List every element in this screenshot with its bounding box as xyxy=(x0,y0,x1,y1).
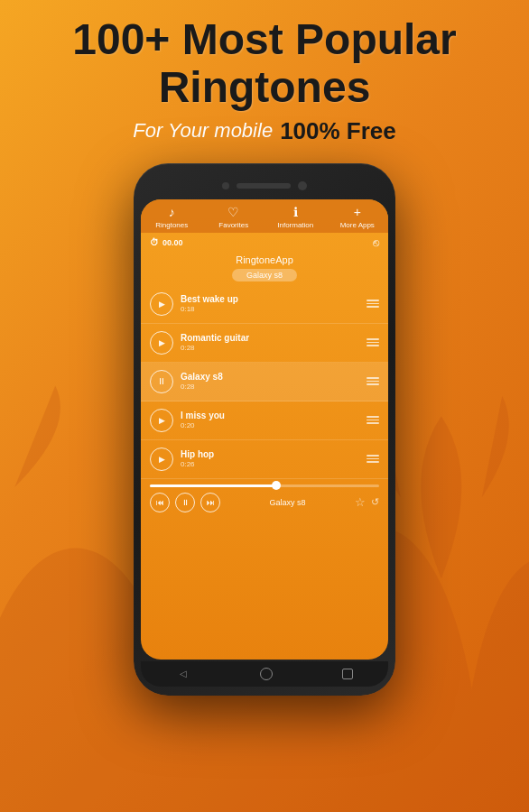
song-title-4: Hip hop xyxy=(181,449,359,459)
menu-lines-2[interactable] xyxy=(367,377,379,385)
status-row: ⏱ 00.00 ⎋ xyxy=(141,233,388,253)
speaker-bar xyxy=(237,183,291,189)
app-name: RingtoneApp xyxy=(150,254,379,265)
header-section: 100+ Most Popular Ringtones For Your mob… xyxy=(0,0,529,154)
app-title-area: RingtoneApp Galaxy s8 xyxy=(141,253,388,285)
list-item: ▶ Best wake up 0:18 xyxy=(141,285,388,324)
player-controls: ⏮ ⏸ ⏭ Galaxy s8 ☆ ↺ xyxy=(141,489,388,516)
current-song-label: Galaxy s8 xyxy=(226,498,349,507)
list-item: ⏸ Galaxy s8 0:28 xyxy=(141,363,388,401)
song-duration-3: 0:20 xyxy=(181,421,359,429)
song-info-3: I miss you 0:20 xyxy=(181,411,359,429)
favorite-star-icon[interactable]: ☆ xyxy=(355,495,366,509)
heart-icon: ♡ xyxy=(227,205,239,219)
menu-lines-4[interactable] xyxy=(367,455,379,463)
subtitle-line: For Your mobile 100% Free xyxy=(18,117,511,145)
song-list: ▶ Best wake up 0:18 ▶ Romantic g xyxy=(141,285,388,479)
pause-button-2[interactable]: ⏸ xyxy=(150,370,173,393)
phone-bottom-bar: ◁ xyxy=(141,661,388,687)
home-button[interactable] xyxy=(260,668,273,680)
phone-top-bar xyxy=(141,176,388,196)
list-item: ▶ Romantic guitar 0:28 xyxy=(141,324,388,363)
tab-ringtones-label: Ringtones xyxy=(155,221,188,229)
tab-more-apps-label: More Apps xyxy=(340,221,375,229)
repeat-icon[interactable]: ↺ xyxy=(371,496,379,508)
play-button-3[interactable]: ▶ xyxy=(150,409,173,432)
rewind-button[interactable]: ⏮ xyxy=(150,493,170,512)
camera-dot xyxy=(222,182,229,189)
share-icon[interactable]: ⎋ xyxy=(373,236,379,249)
device-name-pill: Galaxy s8 xyxy=(232,269,297,281)
progress-track[interactable] xyxy=(150,484,379,487)
phone-device: ♪ Ringtones ♡ Favorites ℹ Information + … xyxy=(134,163,395,696)
front-camera xyxy=(298,181,307,190)
song-title-1: Romantic guitar xyxy=(181,333,359,343)
progress-fill xyxy=(150,484,276,487)
song-info-1: Romantic guitar 0:28 xyxy=(181,333,359,352)
menu-lines-0[interactable] xyxy=(367,300,379,308)
back-button[interactable]: ◁ xyxy=(176,667,190,681)
play-pause-button[interactable]: ⏸ xyxy=(175,493,195,512)
song-title-2: Galaxy s8 xyxy=(181,372,359,382)
song-info-4: Hip hop 0:26 xyxy=(181,449,359,468)
play-button-4[interactable]: ▶ xyxy=(150,448,173,471)
song-info-2: Galaxy s8 0:28 xyxy=(181,372,359,391)
subtitle-free: 100% Free xyxy=(280,117,396,145)
plus-icon: + xyxy=(354,205,361,219)
tab-favorites-label: Favorites xyxy=(218,221,248,229)
menu-lines-1[interactable] xyxy=(367,338,379,346)
progress-thumb xyxy=(272,481,281,490)
music-icon: ♪ xyxy=(169,205,175,219)
tab-ringtones[interactable]: ♪ Ringtones xyxy=(141,205,203,229)
phone-screen: ♪ Ringtones ♡ Favorites ℹ Information + … xyxy=(141,199,388,660)
progress-bar-row[interactable] xyxy=(141,479,388,489)
tab-information[interactable]: ℹ Information xyxy=(264,205,327,229)
song-duration-0: 0:18 xyxy=(181,305,359,313)
main-title: 100+ Most Popular Ringtones xyxy=(18,16,511,112)
list-item: ▶ Hip hop 0:26 xyxy=(141,440,388,479)
phone-wrapper: ♪ Ringtones ♡ Favorites ℹ Information + … xyxy=(0,163,529,696)
list-item: ▶ I miss you 0:20 xyxy=(141,401,388,440)
play-button-1[interactable]: ▶ xyxy=(150,331,173,355)
tab-information-label: Information xyxy=(277,221,313,229)
song-duration-4: 0:26 xyxy=(181,460,359,468)
camera-area xyxy=(222,181,307,190)
song-title-3: I miss you xyxy=(181,411,359,420)
nav-tabs: ♪ Ringtones ♡ Favorites ℹ Information + … xyxy=(141,199,388,233)
timer-icon: ⏱ xyxy=(150,237,159,247)
song-duration-1: 0:28 xyxy=(181,344,359,352)
recents-button[interactable] xyxy=(342,669,353,679)
time-value: 00.00 xyxy=(162,238,183,247)
info-icon: ℹ xyxy=(293,205,298,219)
tab-favorites[interactable]: ♡ Favorites xyxy=(203,205,265,229)
play-button-0[interactable]: ▶ xyxy=(150,292,173,316)
song-duration-2: 0:28 xyxy=(181,383,359,391)
menu-lines-3[interactable] xyxy=(367,416,379,424)
tab-more-apps[interactable]: + More Apps xyxy=(327,205,389,229)
song-info-0: Best wake up 0:18 xyxy=(181,294,359,313)
song-title-0: Best wake up xyxy=(181,294,359,304)
time-display: ⏱ 00.00 xyxy=(150,237,183,247)
forward-button[interactable]: ⏭ xyxy=(200,493,220,512)
subtitle-mobile: For Your mobile xyxy=(133,119,273,143)
